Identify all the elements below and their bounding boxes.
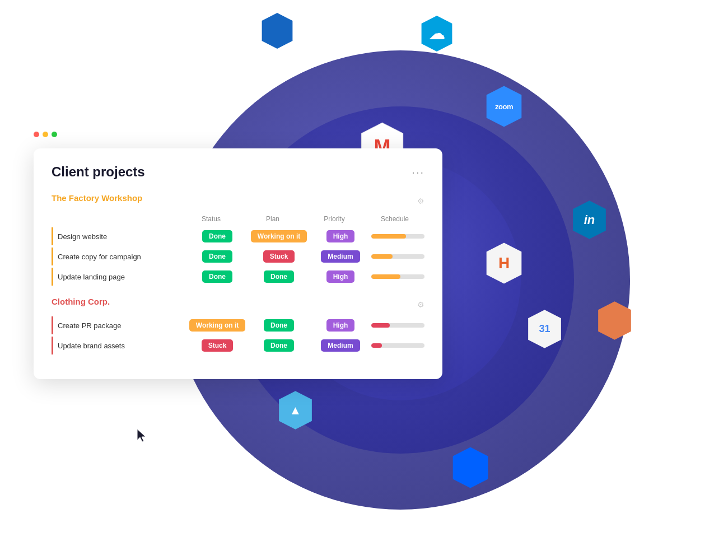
card-header: Client projects ··· bbox=[52, 164, 424, 180]
progress-track bbox=[371, 274, 424, 279]
salesforce-badge[interactable]: ☁ bbox=[417, 14, 456, 53]
col-name bbox=[52, 215, 180, 223]
close-dot bbox=[34, 132, 39, 137]
plan-cell[interactable]: Done bbox=[248, 270, 310, 283]
clothing-group-title: Clothing Corp. bbox=[52, 297, 110, 306]
status-cell[interactable]: Stuck bbox=[186, 339, 248, 352]
dropbox-badge[interactable] bbox=[448, 445, 493, 490]
progress-fill bbox=[371, 254, 393, 259]
plan-cell[interactable]: Stuck bbox=[248, 250, 310, 263]
row-name: Create PR package bbox=[58, 321, 186, 330]
priority-cell[interactable]: High bbox=[310, 319, 371, 332]
status-badge: Working on it bbox=[189, 319, 245, 332]
priority-badge: High bbox=[326, 230, 355, 242]
plan-cell[interactable]: Done bbox=[248, 319, 310, 332]
col-plan: Plan bbox=[242, 215, 304, 223]
status-badge: Done bbox=[202, 250, 232, 263]
jira-badge[interactable] bbox=[258, 11, 297, 50]
col-priority: Priority bbox=[304, 215, 365, 223]
table-header: Status Plan Priority Schedule bbox=[52, 213, 424, 225]
plan-badge: Working on it bbox=[251, 230, 307, 242]
progress-track bbox=[371, 323, 424, 328]
expand-dot bbox=[52, 132, 57, 137]
minimize-dot bbox=[43, 132, 48, 137]
priority-badge: Medium bbox=[321, 339, 360, 352]
schedule-cell bbox=[371, 274, 424, 279]
schedule-cell bbox=[371, 254, 424, 259]
svg-marker-6 bbox=[598, 301, 631, 339]
toggl-badge[interactable] bbox=[594, 300, 636, 342]
table-row: Create copy for campaign Done Stuck Medi… bbox=[52, 248, 424, 265]
col-status: Status bbox=[180, 215, 242, 223]
table-row: Create PR package Working on it Done Hig… bbox=[52, 316, 424, 334]
progress-fill bbox=[371, 274, 400, 279]
progress-fill bbox=[371, 323, 390, 328]
clothing-settings-icon[interactable]: ⚙ bbox=[417, 300, 424, 309]
row-name: Update landing page bbox=[58, 273, 186, 281]
bottom-badge[interactable]: ▲ bbox=[274, 389, 316, 431]
card-title: Client projects bbox=[52, 164, 145, 180]
table-row: Update brand assets Stuck Done Medium bbox=[52, 337, 424, 354]
priority-badge: High bbox=[326, 270, 355, 283]
plan-cell[interactable]: Working on it bbox=[248, 230, 310, 242]
priority-cell[interactable]: Medium bbox=[310, 250, 371, 263]
priority-cell[interactable]: Medium bbox=[310, 339, 371, 352]
svg-marker-9 bbox=[453, 447, 488, 488]
factory-group: The Factory Workshop ⚙ Status Plan Prior… bbox=[52, 193, 424, 286]
plan-badge: Stuck bbox=[263, 250, 295, 263]
factory-settings-icon[interactable]: ⚙ bbox=[417, 197, 424, 206]
status-cell[interactable]: Done bbox=[186, 230, 248, 242]
plan-cell[interactable]: Done bbox=[248, 339, 310, 352]
table-row: Design website Done Working on it High bbox=[52, 227, 424, 245]
plan-badge: Done bbox=[264, 319, 294, 332]
schedule-cell bbox=[371, 343, 424, 348]
progress-track bbox=[371, 254, 424, 259]
table-row: Update landing page Done Done High bbox=[52, 268, 424, 286]
progress-track bbox=[371, 343, 424, 348]
schedule-cell bbox=[371, 323, 424, 328]
status-badge: Stuck bbox=[202, 339, 234, 352]
row-name: Create copy for campaign bbox=[58, 253, 186, 261]
svg-marker-0 bbox=[262, 13, 293, 49]
plan-badge: Done bbox=[264, 270, 294, 283]
progress-fill bbox=[371, 343, 382, 348]
status-badge: Done bbox=[202, 230, 232, 242]
progress-track bbox=[371, 234, 424, 239]
more-options[interactable]: ··· bbox=[412, 166, 424, 179]
priority-badge: High bbox=[326, 319, 355, 332]
linkedin-badge[interactable]: in bbox=[568, 199, 610, 241]
status-cell[interactable]: Done bbox=[186, 250, 248, 263]
status-cell[interactable]: Done bbox=[186, 270, 248, 283]
client-projects-card: Client projects ··· The Factory Workshop… bbox=[34, 148, 442, 379]
priority-badge: Medium bbox=[321, 250, 360, 263]
priority-cell[interactable]: High bbox=[310, 230, 371, 242]
status-badge: Done bbox=[202, 270, 232, 283]
row-name: Design website bbox=[58, 232, 186, 241]
col-schedule: Schedule bbox=[365, 215, 424, 223]
clothing-group: Clothing Corp. ⚙ Create PR package Worki… bbox=[52, 297, 424, 354]
mouse-cursor bbox=[137, 429, 148, 442]
priority-cell[interactable]: High bbox=[310, 270, 371, 283]
progress-fill bbox=[371, 234, 406, 239]
zoom-badge[interactable]: zoom bbox=[482, 84, 526, 129]
hubspot-badge[interactable]: H bbox=[482, 241, 526, 286]
calendar-badge[interactable]: 31 bbox=[524, 308, 566, 350]
plan-badge: Done bbox=[264, 339, 294, 352]
schedule-cell bbox=[371, 234, 424, 239]
status-cell[interactable]: Working on it bbox=[186, 319, 248, 332]
row-name: Update brand assets bbox=[58, 342, 186, 350]
factory-group-title: The Factory Workshop bbox=[52, 193, 142, 203]
browser-chrome bbox=[34, 132, 57, 137]
